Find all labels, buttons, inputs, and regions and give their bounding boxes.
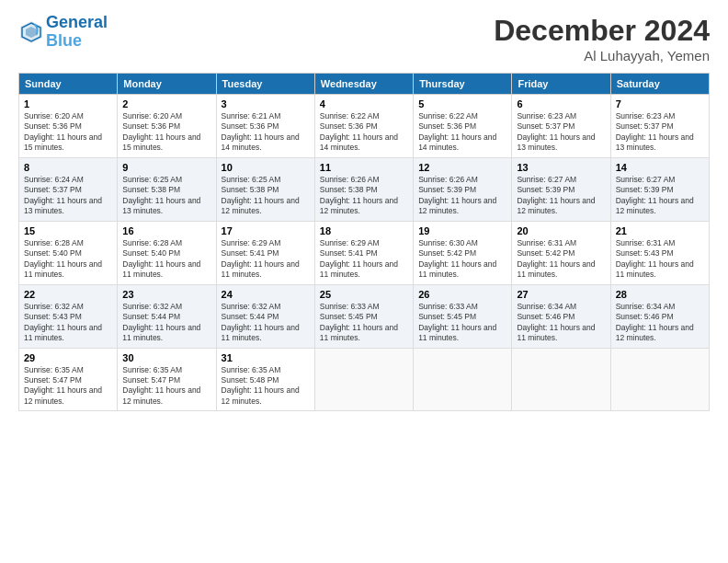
day-info: Sunrise: 6:26 AMSunset: 5:39 PMDaylight:…: [418, 175, 506, 217]
col-saturday: Saturday: [610, 74, 709, 95]
table-row: 18 Sunrise: 6:29 AMSunset: 5:41 PMDaylig…: [314, 221, 413, 284]
col-monday: Monday: [118, 74, 216, 95]
day-number: 19: [418, 225, 506, 236]
col-friday: Friday: [512, 74, 610, 95]
table-row: 14 Sunrise: 6:27 AMSunset: 5:39 PMDaylig…: [610, 157, 709, 221]
day-info: Sunrise: 6:31 AMSunset: 5:42 PMDaylight:…: [517, 238, 605, 281]
table-row: 15 Sunrise: 6:28 AMSunset: 5:40 PMDaylig…: [19, 221, 118, 284]
col-sunday: Sunday: [19, 74, 118, 95]
day-number: 23: [122, 289, 210, 300]
day-number: 18: [320, 225, 408, 236]
day-number: 30: [122, 352, 210, 363]
table-row: 12 Sunrise: 6:26 AMSunset: 5:39 PMDaylig…: [414, 157, 512, 221]
month-title: December 2024: [494, 14, 710, 48]
day-number: 22: [24, 289, 112, 300]
table-row: 2 Sunrise: 6:20 AMSunset: 5:36 PMDayligh…: [118, 95, 216, 158]
table-row: 7 Sunrise: 6:23 AMSunset: 5:37 PMDayligh…: [610, 95, 709, 158]
table-row: [314, 348, 413, 411]
calendar-week-2: 8 Sunrise: 6:24 AMSunset: 5:37 PMDayligh…: [19, 157, 710, 221]
col-wednesday: Wednesday: [314, 74, 413, 95]
day-number: 21: [616, 225, 704, 236]
day-number: 4: [320, 98, 408, 109]
table-row: 25 Sunrise: 6:33 AMSunset: 5:45 PMDaylig…: [314, 284, 413, 348]
day-number: 7: [616, 98, 704, 109]
logo-line1: General: [46, 13, 108, 31]
calendar-week-1: 1 Sunrise: 6:20 AMSunset: 5:36 PMDayligh…: [19, 95, 710, 158]
day-number: 27: [517, 289, 605, 300]
day-number: 31: [222, 352, 310, 363]
table-row: 24 Sunrise: 6:32 AMSunset: 5:44 PMDaylig…: [216, 284, 314, 348]
day-info: Sunrise: 6:21 AMSunset: 5:36 PMDaylight:…: [222, 111, 310, 154]
day-info: Sunrise: 6:25 AMSunset: 5:38 PMDaylight:…: [122, 175, 210, 217]
day-number: 17: [222, 225, 310, 236]
day-number: 3: [222, 98, 310, 109]
day-number: 9: [122, 162, 210, 173]
day-info: Sunrise: 6:29 AMSunset: 5:41 PMDaylight:…: [320, 238, 408, 281]
table-row: 13 Sunrise: 6:27 AMSunset: 5:39 PMDaylig…: [512, 157, 610, 221]
title-block: December 2024 Al Luhayyah, Yemen: [494, 14, 710, 63]
day-number: 12: [418, 162, 506, 173]
day-number: 26: [418, 289, 506, 300]
day-info: Sunrise: 6:25 AMSunset: 5:38 PMDaylight:…: [222, 175, 310, 217]
day-info: Sunrise: 6:34 AMSunset: 5:46 PMDaylight:…: [616, 302, 704, 344]
day-info: Sunrise: 6:23 AMSunset: 5:37 PMDaylight:…: [517, 111, 605, 154]
day-info: Sunrise: 6:35 AMSunset: 5:47 PMDaylight:…: [24, 365, 112, 408]
day-number: 25: [320, 289, 408, 300]
day-number: 11: [320, 162, 408, 173]
location: Al Luhayyah, Yemen: [494, 48, 710, 63]
day-info: Sunrise: 6:27 AMSunset: 5:39 PMDaylight:…: [517, 175, 605, 217]
table-row: 11 Sunrise: 6:26 AMSunset: 5:38 PMDaylig…: [314, 157, 413, 221]
day-number: 8: [24, 162, 112, 173]
day-number: 24: [222, 289, 310, 300]
day-info: Sunrise: 6:35 AMSunset: 5:48 PMDaylight:…: [222, 365, 310, 408]
table-row: 31 Sunrise: 6:35 AMSunset: 5:48 PMDaylig…: [216, 348, 314, 411]
day-info: Sunrise: 6:26 AMSunset: 5:38 PMDaylight:…: [320, 175, 408, 217]
page: General Blue December 2024 Al Luhayyah, …: [0, 0, 728, 420]
calendar-table: Sunday Monday Tuesday Wednesday Thursday…: [18, 73, 710, 411]
table-row: 20 Sunrise: 6:31 AMSunset: 5:42 PMDaylig…: [512, 221, 610, 284]
day-number: 28: [616, 289, 704, 300]
header: General Blue December 2024 Al Luhayyah, …: [18, 14, 710, 63]
day-number: 14: [616, 162, 704, 173]
logo-text: General Blue: [46, 14, 108, 51]
day-info: Sunrise: 6:30 AMSunset: 5:42 PMDaylight:…: [418, 238, 506, 281]
table-row: 3 Sunrise: 6:21 AMSunset: 5:36 PMDayligh…: [216, 95, 314, 158]
table-row: 8 Sunrise: 6:24 AMSunset: 5:37 PMDayligh…: [19, 157, 118, 221]
table-row: 23 Sunrise: 6:32 AMSunset: 5:44 PMDaylig…: [118, 284, 216, 348]
logo-line2: Blue: [46, 31, 82, 50]
day-number: 2: [122, 98, 210, 109]
table-row: 5 Sunrise: 6:22 AMSunset: 5:36 PMDayligh…: [414, 95, 512, 158]
day-info: Sunrise: 6:27 AMSunset: 5:39 PMDaylight:…: [616, 175, 704, 217]
day-info: Sunrise: 6:23 AMSunset: 5:37 PMDaylight:…: [616, 111, 704, 154]
calendar-week-4: 22 Sunrise: 6:32 AMSunset: 5:43 PMDaylig…: [19, 284, 710, 348]
logo: General Blue: [18, 14, 108, 51]
day-info: Sunrise: 6:20 AMSunset: 5:36 PMDaylight:…: [122, 111, 210, 154]
day-info: Sunrise: 6:20 AMSunset: 5:36 PMDaylight:…: [24, 111, 112, 154]
table-row: 17 Sunrise: 6:29 AMSunset: 5:41 PMDaylig…: [216, 221, 314, 284]
table-row: 9 Sunrise: 6:25 AMSunset: 5:38 PMDayligh…: [118, 157, 216, 221]
day-number: 20: [517, 225, 605, 236]
col-tuesday: Tuesday: [216, 74, 314, 95]
day-info: Sunrise: 6:33 AMSunset: 5:45 PMDaylight:…: [418, 302, 506, 344]
day-info: Sunrise: 6:34 AMSunset: 5:46 PMDaylight:…: [517, 302, 605, 344]
day-number: 1: [24, 98, 112, 109]
day-info: Sunrise: 6:35 AMSunset: 5:47 PMDaylight:…: [122, 365, 210, 408]
table-row: 1 Sunrise: 6:20 AMSunset: 5:36 PMDayligh…: [19, 95, 118, 158]
table-row: 4 Sunrise: 6:22 AMSunset: 5:36 PMDayligh…: [314, 95, 413, 158]
table-row: 30 Sunrise: 6:35 AMSunset: 5:47 PMDaylig…: [118, 348, 216, 411]
table-row: 27 Sunrise: 6:34 AMSunset: 5:46 PMDaylig…: [512, 284, 610, 348]
day-number: 16: [122, 225, 210, 236]
col-thursday: Thursday: [414, 74, 512, 95]
day-info: Sunrise: 6:32 AMSunset: 5:43 PMDaylight:…: [24, 302, 112, 344]
day-info: Sunrise: 6:33 AMSunset: 5:45 PMDaylight:…: [320, 302, 408, 344]
day-info: Sunrise: 6:28 AMSunset: 5:40 PMDaylight:…: [24, 238, 112, 281]
calendar-week-5: 29 Sunrise: 6:35 AMSunset: 5:47 PMDaylig…: [19, 348, 710, 411]
day-info: Sunrise: 6:24 AMSunset: 5:37 PMDaylight:…: [24, 175, 112, 217]
table-row: 19 Sunrise: 6:30 AMSunset: 5:42 PMDaylig…: [414, 221, 512, 284]
table-row: [610, 348, 709, 411]
table-row: 28 Sunrise: 6:34 AMSunset: 5:46 PMDaylig…: [610, 284, 709, 348]
table-row: 6 Sunrise: 6:23 AMSunset: 5:37 PMDayligh…: [512, 95, 610, 158]
table-row: 10 Sunrise: 6:25 AMSunset: 5:38 PMDaylig…: [216, 157, 314, 221]
day-info: Sunrise: 6:28 AMSunset: 5:40 PMDaylight:…: [122, 238, 210, 281]
logo-icon: [18, 19, 44, 45]
